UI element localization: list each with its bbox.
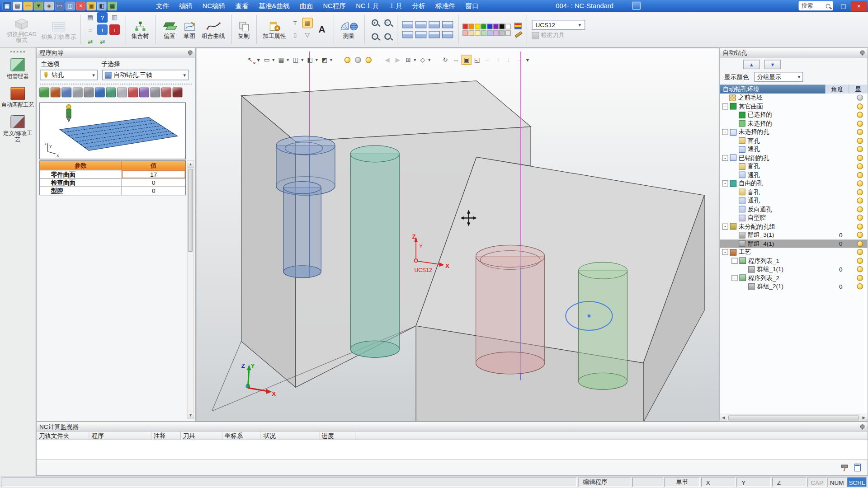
visibility-bulb-icon[interactable]	[857, 223, 863, 229]
color-swatch[interactable]	[468, 23, 474, 29]
menu-item[interactable]: NC编辑	[198, 0, 231, 12]
dropdown-caret-icon[interactable]: ▾	[287, 57, 289, 62]
window-layout-icon[interactable]	[442, 21, 453, 28]
monitor-column-header[interactable]: 刀轨文件夹	[37, 432, 90, 439]
tree-item[interactable]: -未分配的孔组	[720, 222, 867, 231]
tree-item[interactable]: -程序列表_2	[720, 274, 867, 282]
color-swatch[interactable]	[481, 23, 486, 29]
visibility-bulb-icon[interactable]	[857, 266, 863, 272]
color-swatch[interactable]	[462, 30, 468, 36]
zoom-select-icon[interactable]: ▫	[368, 33, 381, 40]
help-icon[interactable]: ?	[97, 12, 108, 23]
target-point-icon[interactable]	[128, 87, 138, 97]
zoom-out-icon[interactable]: −	[381, 19, 393, 26]
filter-funnel-icon[interactable]: ▽	[302, 30, 312, 40]
assembly-tree-button[interactable]: 集合树	[129, 19, 151, 40]
display-style-icon[interactable]: ◧	[305, 55, 315, 65]
tree-item[interactable]: 盲孔	[720, 162, 867, 171]
visibility-cell[interactable]	[852, 197, 867, 203]
expand-toggle-icon[interactable]: -	[722, 223, 728, 229]
save-icon[interactable]: ▤	[13, 2, 22, 11]
dropdown-caret-icon[interactable]: ▾	[428, 57, 430, 62]
tree-item[interactable]: 通孔	[720, 171, 867, 179]
machining-properties-button[interactable]: 加工属性	[260, 19, 288, 40]
edit-table-icon[interactable]	[117, 87, 127, 97]
verify-tool-icon[interactable]	[161, 87, 171, 97]
window-layout-icon[interactable]	[429, 21, 440, 28]
window-layout-icon[interactable]	[429, 31, 440, 38]
expand-toggle-icon[interactable]: -	[731, 275, 737, 281]
color-swatch[interactable]	[475, 30, 480, 36]
monitor-column-header[interactable]: 注释	[151, 432, 181, 439]
wizard-scrollbar[interactable]: ▲ ▼	[187, 160, 194, 419]
visibility-cell[interactable]	[852, 164, 867, 169]
sketch-button[interactable]: 草图	[181, 19, 198, 40]
color-swatch[interactable]	[481, 30, 486, 36]
dropdown-caret-icon[interactable]: ▾	[330, 57, 332, 62]
visibility-cell[interactable]	[852, 249, 867, 255]
move-up-button[interactable]: ▲	[743, 60, 760, 69]
text-annotation-button[interactable]: A	[315, 23, 328, 36]
sidebar-item-auto-match-process[interactable]: 自动匹配工艺	[0, 87, 35, 108]
layer-stack-icon[interactable]	[61, 87, 71, 97]
visibility-control-icon[interactable]: ◫	[291, 55, 301, 65]
grid-b-icon[interactable]	[84, 87, 94, 97]
visibility-cell[interactable]	[852, 129, 867, 135]
hole-cylinder-green[interactable]	[579, 262, 627, 389]
sidebar-item-group-manager[interactable]: 组管理器	[0, 58, 35, 80]
tree-item[interactable]: -工艺	[720, 248, 867, 257]
open-folder-icon[interactable]: ▭	[24, 2, 33, 11]
pin-icon[interactable]	[859, 423, 864, 429]
monitor-column-header[interactable]: 进度	[320, 432, 356, 439]
visibility-bulb-icon[interactable]	[857, 240, 863, 246]
param-value[interactable]: 17	[122, 170, 185, 178]
data-grid-icon[interactable]: ▦	[108, 2, 117, 11]
main-option-dropdown[interactable]: 钻孔	[40, 70, 98, 80]
visibility-bulb-icon[interactable]	[857, 95, 863, 101]
offset-button[interactable]: 偏置	[160, 19, 179, 40]
pin-icon[interactable]	[859, 50, 864, 56]
combine-curves-button[interactable]: 组合曲线	[199, 19, 227, 40]
visibility-cell[interactable]	[852, 180, 867, 186]
tree-item[interactable]: -程序列表_1	[720, 257, 867, 265]
monitor-title-bar[interactable]: NC计算监视器	[37, 422, 868, 432]
isometric-view-icon[interactable]: ◇	[418, 55, 428, 65]
delete-tool-icon[interactable]	[173, 87, 183, 97]
tree-item[interactable]: 盲孔	[720, 136, 867, 145]
data-table-icon[interactable]: ▤	[85, 12, 95, 23]
dropdown-caret-icon[interactable]: ▾	[272, 57, 274, 62]
color-pencil-icon[interactable]	[514, 30, 522, 37]
window-layout-icon[interactable]	[402, 21, 413, 28]
visibility-bulb-icon[interactable]	[857, 129, 863, 135]
visibility-bulb-icon[interactable]	[857, 180, 863, 186]
window-split-icon[interactable]: ◫	[66, 2, 75, 11]
visibility-bulb-icon[interactable]	[857, 249, 863, 255]
close-button[interactable]: ×	[851, 1, 867, 11]
color-stripes-icon[interactable]	[514, 23, 522, 29]
minimize-button[interactable]: –	[822, 1, 836, 11]
calc-tools-icon[interactable]	[841, 464, 850, 471]
report-icon[interactable]	[854, 464, 861, 471]
expand-toggle-icon[interactable]: -	[722, 155, 728, 161]
visibility-bulb-icon[interactable]	[857, 189, 863, 195]
expand-toggle-icon[interactable]: -	[722, 249, 728, 255]
app-menu-icon[interactable]: ▦	[2, 2, 12, 11]
menu-item[interactable]: 文件	[151, 0, 175, 12]
visibility-cell[interactable]	[852, 155, 867, 161]
color-swatch[interactable]	[462, 23, 468, 29]
error-list-icon[interactable]: ×	[76, 2, 85, 11]
visibility-bulb-icon[interactable]	[857, 197, 863, 203]
toggle-toolpath-button[interactable]: 切换刀轨显示	[41, 19, 77, 40]
tree-item[interactable]: -自由的孔	[720, 179, 867, 188]
monitor-column-header[interactable]: 状况	[261, 432, 320, 439]
next-view-icon[interactable]: ▶	[393, 55, 403, 65]
tree-item[interactable]: -其它曲面	[720, 102, 867, 111]
expand-toggle-icon[interactable]: -	[722, 180, 728, 186]
step-up-icon[interactable]: ↑	[493, 55, 503, 65]
by-tool-button[interactable]: 根据刀具	[532, 32, 585, 39]
list-view-icon[interactable]: ≡	[85, 24, 95, 35]
pin-icon[interactable]	[187, 50, 192, 56]
scroll-thumb[interactable]	[188, 169, 193, 252]
visibility-bulb-icon[interactable]	[857, 215, 863, 221]
menu-item[interactable]: 窗口	[460, 0, 484, 12]
